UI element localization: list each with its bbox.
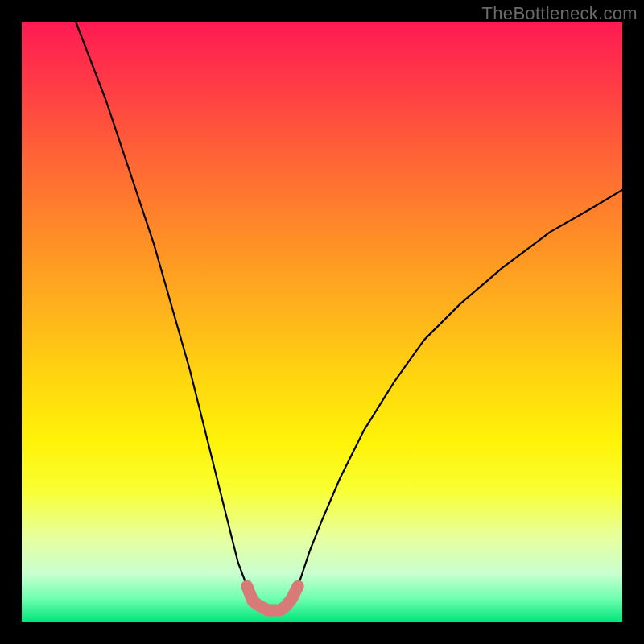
- curve-svg: [22, 22, 622, 622]
- bottleneck-curve-path: [76, 22, 622, 610]
- plot-frame: [22, 22, 622, 622]
- highlight-segment-path: [247, 586, 298, 610]
